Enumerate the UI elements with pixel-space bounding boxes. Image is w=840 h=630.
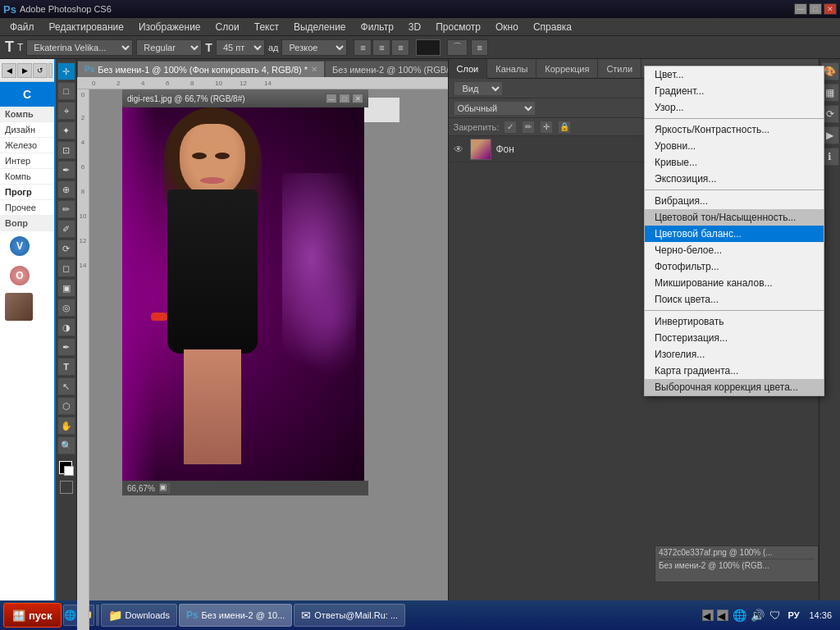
web-category-comp2[interactable]: Компь — [0, 169, 54, 185]
sharpness-select[interactable]: Резкое — [281, 39, 347, 56]
tray-lang-icon[interactable]: РУ — [786, 608, 801, 623]
menu-filter[interactable]: Фильтр — [354, 20, 400, 34]
blur-tool[interactable]: ◎ — [57, 299, 75, 317]
nav-back-button[interactable]: ◀ — [2, 63, 16, 78]
ctx-photo-filter[interactable]: Фотофильтр... — [645, 258, 824, 275]
layers-tab[interactable]: Слои — [449, 59, 488, 79]
tray-security-icon[interactable]: 🛡 — [768, 608, 783, 623]
ctx-color[interactable]: Цвет... — [645, 66, 824, 83]
nav-refresh-button[interactable]: ↺ — [33, 63, 48, 78]
taskbar-ie-icon[interactable]: 🌐 — [63, 605, 78, 626]
lock-all-btn[interactable]: 🔒 — [558, 121, 571, 134]
menu-file[interactable]: Файл — [3, 20, 41, 34]
align-center-button[interactable]: ≡ — [372, 39, 390, 56]
taskbar-downloads[interactable]: 📁 Downloads — [101, 604, 177, 627]
ps-sub-minimize[interactable]: — — [326, 94, 337, 103]
ps-sub-navigate[interactable]: ▣ — [158, 482, 171, 495]
character-panel-button[interactable]: ≡ — [471, 39, 487, 56]
doc-tab-1[interactable]: Ps Без имени-1 @ 100% (Фон копировать 4,… — [77, 61, 325, 77]
ctx-invert[interactable]: Инвертировать — [645, 313, 824, 330]
doc-tab-2[interactable]: Без имени-2 @ 100% (RGB/8) * ✕ — [325, 61, 447, 77]
healing-brush-tool[interactable]: ⊕ — [57, 180, 75, 199]
ctx-exposure[interactable]: Экспозиция... — [645, 171, 824, 187]
text-tool[interactable]: T — [57, 358, 75, 376]
history-brush-tool[interactable]: ⟳ — [57, 240, 75, 258]
warp-text-button[interactable]: ⌒ — [447, 39, 468, 56]
ps-sub-maximize[interactable]: □ — [339, 94, 350, 103]
ctx-selective-color[interactable]: Выборочная коррекция цвета... — [645, 379, 824, 395]
ctx-color-balance[interactable]: Цветовой баланс... — [645, 226, 824, 242]
web-category-other[interactable]: Прочее — [0, 200, 54, 216]
lasso-tool[interactable]: ⌖ — [57, 102, 75, 120]
tray-network-icon[interactable]: 🌐 — [732, 608, 746, 623]
zoom-tool[interactable]: 🔍 — [57, 436, 75, 454]
layer-visibility-icon[interactable]: 👁 — [454, 144, 465, 155]
nav-forward-button[interactable]: ▶ — [17, 63, 32, 78]
align-right-button[interactable]: ≡ — [391, 39, 409, 56]
tray-volume-icon[interactable]: 🔊 — [750, 608, 765, 623]
shape-tool[interactable]: ⬡ — [57, 397, 75, 415]
ps-sub-close[interactable]: ✕ — [352, 94, 363, 103]
close-button[interactable]: ✕ — [824, 3, 837, 15]
gradient-tool[interactable]: ▣ — [57, 279, 75, 297]
hand-tool[interactable]: ✋ — [57, 417, 75, 435]
background-color[interactable] — [64, 466, 74, 476]
ctx-gradient-map[interactable]: Карта градиента... — [645, 363, 824, 379]
ctx-brightness[interactable]: Яркость/Контрастность... — [645, 121, 824, 138]
clone-stamp-tool[interactable]: ✐ — [57, 220, 75, 238]
correction-tab[interactable]: Коррекция — [536, 59, 598, 79]
align-left-button[interactable]: ≡ — [354, 39, 372, 56]
ctx-bw[interactable]: Черно-белое... — [645, 242, 824, 258]
layer-filter-select[interactable]: Вид — [454, 81, 503, 96]
menu-text[interactable]: Текст — [248, 20, 285, 34]
crop-tool[interactable]: ⊡ — [57, 141, 75, 159]
menu-3d[interactable]: 3D — [402, 20, 427, 34]
avatar-v[interactable]: V — [10, 236, 30, 256]
ctx-pattern[interactable]: Узор... — [645, 99, 824, 116]
menu-select[interactable]: Выделение — [287, 20, 353, 34]
font-style-select[interactable]: Regular — [136, 39, 202, 56]
font-size-select[interactable]: 45 пт — [216, 39, 265, 56]
avatar-o[interactable]: О — [10, 266, 30, 285]
avatar-photo[interactable] — [5, 293, 33, 321]
web-category-design[interactable]: Дизайн — [0, 122, 54, 138]
ctx-color-lookup[interactable]: Поиск цвета... — [645, 291, 824, 308]
web-category-prog[interactable]: Прогр — [0, 185, 54, 200]
menu-image[interactable]: Изображение — [132, 20, 208, 34]
lock-transparent-btn[interactable]: ✓ — [504, 121, 517, 134]
web-category-iron[interactable]: Железо — [0, 138, 54, 153]
doc-tab-1-close[interactable]: ✕ — [311, 65, 317, 74]
ctx-threshold[interactable]: Изогелия... — [645, 346, 824, 363]
color-swatch[interactable] — [416, 39, 441, 56]
tray-arrow2[interactable]: ◀ — [717, 609, 728, 621]
blend-mode-select[interactable]: Обычный — [454, 101, 536, 116]
eyedropper-tool[interactable]: ✒ — [57, 161, 75, 179]
nav-home-button[interactable] — [48, 63, 52, 78]
marquee-tool[interactable]: □ — [57, 82, 75, 100]
eraser-tool[interactable]: ◻ — [57, 259, 75, 277]
styles-tab[interactable]: Стили — [598, 59, 641, 79]
ctx-channel-mix[interactable]: Микширование каналов... — [645, 275, 824, 291]
lock-pixel-btn[interactable]: ✏ — [522, 121, 535, 134]
menu-view[interactable]: Просмотр — [429, 20, 487, 34]
ctx-posterize[interactable]: Постеризация... — [645, 330, 824, 346]
move-tool[interactable]: ✛ — [57, 62, 75, 80]
web-category-comp[interactable]: Компь — [0, 107, 54, 122]
ctx-levels[interactable]: Уровни... — [645, 138, 824, 154]
ctx-curves[interactable]: Кривые... — [645, 154, 824, 171]
menu-edit[interactable]: Редактирование — [43, 20, 130, 34]
ctx-hue-sat[interactable]: Цветовой тон/Насыщенность... — [645, 209, 824, 226]
lock-position-btn[interactable]: ✛ — [540, 121, 553, 134]
quick-mask-mode[interactable] — [60, 481, 73, 494]
ctx-vibrance[interactable]: Вибрация... — [645, 193, 824, 209]
web-category-internet[interactable]: Интер — [0, 153, 54, 169]
pen-tool[interactable]: ✒ — [57, 338, 75, 356]
menu-window[interactable]: Окно — [489, 20, 525, 34]
minimize-button[interactable]: — — [794, 3, 807, 15]
path-select-tool[interactable]: ↖ — [57, 377, 75, 395]
ctx-gradient[interactable]: Градиент... — [645, 83, 824, 99]
tray-arrow[interactable]: ◀ — [702, 609, 714, 621]
taskbar-ps[interactable]: Ps Без имени-2 @ 10... — [179, 604, 292, 627]
menu-help[interactable]: Справка — [527, 20, 578, 34]
menu-layers[interactable]: Слои — [209, 20, 246, 34]
